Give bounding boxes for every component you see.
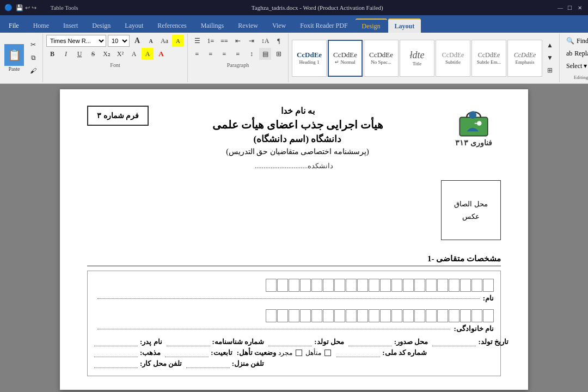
text-highlight-button[interactable]: A [142, 48, 154, 60]
document-area[interactable]: فرم شماره ۳ به نام خدا هیأت اجرایی جذب ا… [0, 84, 588, 392]
id-field[interactable] [167, 338, 210, 346]
tab-table-design[interactable]: Design [356, 19, 387, 33]
text-effects-button[interactable]: A [128, 48, 140, 60]
font-name-select[interactable]: Times New R... [46, 35, 106, 47]
style-normal[interactable]: CcDdEe ↵ Normal [328, 40, 363, 77]
char-boxes-row2 [94, 307, 494, 324]
religion-field[interactable] [94, 348, 138, 357]
tab-insert[interactable]: Insert [57, 19, 84, 33]
paste-button[interactable]: 📋 Paste [3, 43, 25, 73]
align-center-button[interactable]: ≡ [205, 48, 217, 60]
section1-title: مشخصات متقاضی -1 [87, 254, 501, 266]
increase-indent-button[interactable]: ⇥ [246, 35, 258, 47]
tab-references[interactable]: References [151, 19, 193, 33]
style-subtle-em[interactable]: CcDdEe Subtle Em... [471, 40, 506, 77]
style-heading1[interactable]: CcDdEe Heading 1 [292, 40, 327, 77]
style-title[interactable]: łdte Title [400, 40, 434, 77]
italic-button[interactable]: I [60, 48, 72, 60]
single-checkbox[interactable] [296, 350, 302, 356]
family-field[interactable] [97, 329, 450, 329]
change-case-button[interactable]: Aa [158, 35, 170, 47]
superscript-button[interactable]: X² [114, 48, 126, 60]
svg-point-2 [469, 111, 476, 119]
birthdate-field[interactable] [432, 338, 476, 346]
show-marks-button[interactable]: ¶ [273, 35, 285, 47]
highlight-button[interactable]: A [172, 35, 184, 47]
numbering-button[interactable]: 1≡ [205, 35, 217, 47]
font-size-select[interactable]: 10 [108, 35, 130, 47]
father-segment: نام پدر: [94, 338, 162, 346]
replace-button[interactable]: ab Replace [564, 48, 588, 59]
styles-more[interactable]: ⊞ [544, 65, 556, 77]
photo-box: محل الصاق عکس [441, 180, 501, 240]
align-left-button[interactable]: ≡ [191, 48, 203, 60]
strikethrough-button[interactable]: S [87, 48, 99, 60]
work-phone-field[interactable] [94, 359, 138, 368]
tab-review[interactable]: Review [231, 19, 265, 33]
shading-button[interactable]: ▤ [259, 48, 271, 60]
char-box [300, 279, 311, 292]
title-bar: 🔵 💾 ↩ ↪ Table Tools Taghza_tadris.docx -… [0, 0, 588, 15]
father-field[interactable] [94, 338, 138, 346]
subscript-button[interactable]: X₂ [101, 48, 113, 60]
tab-table-layout[interactable]: Layout [388, 19, 421, 33]
window-controls[interactable]: — ☐ ✕ [556, 4, 584, 11]
tab-home[interactable]: Home [27, 19, 56, 33]
borders-button[interactable]: ⊞ [273, 48, 285, 60]
underline-button[interactable]: U [74, 48, 85, 60]
style-nospace[interactable]: CcDdEe No Spac... [364, 40, 399, 77]
paste-icon: 📋 [4, 44, 24, 66]
minimize-button[interactable]: — [556, 4, 564, 11]
find-button[interactable]: 🔍 Find [564, 36, 588, 46]
align-right-button[interactable]: ≡ [218, 48, 230, 60]
styles-scroll-down[interactable]: ▼ [544, 52, 556, 64]
multilevel-button[interactable]: ≡≡ [218, 35, 230, 47]
font-shrink-button[interactable]: A [145, 35, 157, 47]
char-box [266, 279, 277, 292]
birthdate-label: تاریخ تولد: [478, 338, 509, 346]
tab-view[interactable]: View [266, 19, 292, 33]
status-segment: متأهل مجرد وضعیت تأهل: [237, 348, 333, 357]
issueplace-field[interactable] [348, 338, 392, 346]
bullets-button[interactable]: ☰ [191, 35, 203, 47]
married-checkbox[interactable] [324, 350, 331, 356]
close-button[interactable]: ✕ [576, 4, 584, 11]
tab-file[interactable]: File [2, 19, 26, 33]
search-icon: 🔍 [566, 37, 574, 45]
justify-button[interactable]: ≡ [232, 48, 244, 60]
tab-mailings[interactable]: Mailings [194, 19, 231, 33]
char-box [289, 279, 299, 292]
bold-button[interactable]: B [46, 48, 58, 60]
line-spacing-button[interactable]: ↕ [246, 48, 258, 60]
religion-row: شماره کد ملی: متأهل مجرد وضعیت تأهل: تاب… [94, 348, 494, 357]
issueplace-label: محل صدور: [394, 338, 428, 346]
national-id-field[interactable] [336, 348, 380, 357]
tab-foxit[interactable]: Foxit Reader PDF [293, 19, 354, 33]
font-grow-button[interactable]: A [131, 35, 143, 47]
name-field[interactable] [97, 298, 480, 299]
sub-title: دانشگاه (اسم دانشگاه) [160, 133, 436, 145]
styles-group: CcDdEe Heading 1 CcDdEe ↵ Normal CcDdEe … [289, 34, 560, 82]
copy-button[interactable]: ⧉ [27, 52, 39, 64]
char-boxes-1 [266, 279, 494, 292]
find-label: Find [577, 37, 588, 45]
nationality-field[interactable] [165, 348, 209, 357]
word-icon: 🔵 [4, 4, 13, 12]
sort-button[interactable]: ↕A [259, 35, 271, 47]
select-button[interactable]: Select ▾ [564, 61, 588, 71]
cut-button[interactable]: ✂ [27, 39, 39, 51]
home-phone-field[interactable] [186, 359, 230, 368]
tab-design[interactable]: Design [85, 19, 117, 33]
char-box [471, 309, 482, 322]
style-emphasis[interactable]: CcDdEe Emphasis [507, 40, 542, 77]
decrease-indent-button[interactable]: ⇤ [232, 35, 244, 47]
replace-icon: ab [566, 50, 572, 58]
format-painter-button[interactable]: 🖌 [27, 65, 39, 77]
char-box [426, 279, 437, 292]
style-subtitle[interactable]: CcDdEe Subtitle [436, 40, 470, 77]
maximize-button[interactable]: ☐ [566, 4, 574, 11]
styles-scroll-up[interactable]: ▲ [544, 40, 556, 52]
tab-layout[interactable]: Layout [118, 19, 150, 33]
birthplace-field[interactable] [268, 338, 312, 346]
font-color-button[interactable]: A [155, 48, 167, 60]
